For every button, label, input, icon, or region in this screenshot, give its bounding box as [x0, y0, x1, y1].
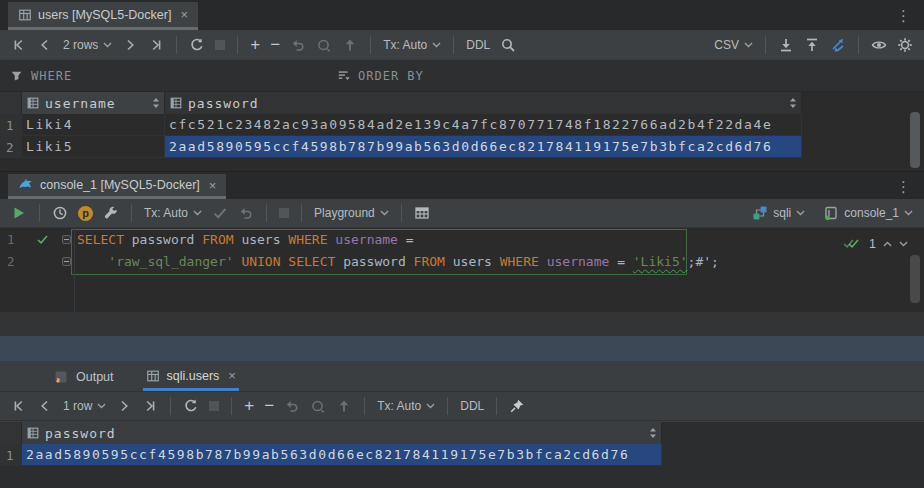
- result-toolbar: 1 row + − Tx: Auto DDL: [0, 391, 924, 421]
- separator: [447, 397, 448, 415]
- mysql-dolphin-icon: [18, 177, 34, 193]
- stop-button[interactable]: [204, 399, 224, 413]
- close-icon[interactable]: ×: [209, 178, 217, 193]
- reload-button[interactable]: [178, 396, 204, 416]
- cell-username[interactable]: Liki5: [22, 136, 165, 158]
- gear-icon: [897, 37, 913, 53]
- submit-button[interactable]: [331, 396, 357, 416]
- tx-mode-selector[interactable]: Tx: Auto: [139, 204, 207, 222]
- code-line-2[interactable]: 'raw_sql_danger' UNION SELECT password F…: [77, 251, 719, 273]
- search-button[interactable]: [495, 35, 521, 55]
- chevron-up-icon[interactable]: [883, 241, 892, 247]
- last-page-button[interactable]: [137, 396, 163, 416]
- separator: [231, 397, 232, 415]
- add-row-button[interactable]: +: [245, 36, 265, 54]
- find-changes-button[interactable]: [311, 35, 337, 55]
- execute-button[interactable]: [6, 203, 32, 223]
- schema-selector[interactable]: sqli: [747, 203, 810, 223]
- find-changes-button[interactable]: [305, 396, 331, 416]
- undo-icon: [238, 205, 254, 221]
- tab-users-grid[interactable]: users [MySQL5-Docker] ×: [8, 2, 198, 30]
- export-format-selector[interactable]: CSV: [709, 36, 758, 54]
- more-options-icon[interactable]: ⋮: [891, 176, 916, 195]
- pane-splitter[interactable]: [0, 336, 924, 361]
- row-number: 1: [0, 114, 22, 136]
- playground-mode-selector[interactable]: Playground: [309, 204, 394, 222]
- revert-button[interactable]: [285, 35, 311, 55]
- sort-toggle-icon[interactable]: [152, 97, 160, 109]
- ddl-button[interactable]: DDL: [455, 397, 489, 415]
- tx-mode-selector[interactable]: Tx: Auto: [372, 397, 440, 415]
- separator: [370, 36, 371, 54]
- pin-icon: [509, 398, 525, 414]
- where-placeholder: WHERE: [31, 69, 72, 83]
- sort-toggle-icon[interactable]: [649, 427, 657, 439]
- console-settings-button[interactable]: [98, 203, 124, 223]
- delete-row-button[interactable]: −: [259, 397, 279, 415]
- check-icon: [212, 205, 228, 221]
- add-row-button[interactable]: +: [239, 397, 259, 415]
- export-data-button[interactable]: [773, 35, 799, 55]
- output-icon: [53, 369, 69, 385]
- column-header-password[interactable]: password: [165, 92, 802, 114]
- revert-button[interactable]: [279, 396, 305, 416]
- chevron-down-icon[interactable]: [899, 241, 908, 247]
- success-double-check-icon: [842, 237, 862, 251]
- stop-button[interactable]: [274, 206, 294, 220]
- fold-marker-icon[interactable]: [62, 235, 71, 244]
- sql-editor[interactable]: 1 2 SELECT password FROM users WHERE use…: [0, 228, 924, 312]
- next-page-button[interactable]: [117, 35, 143, 55]
- next-page-button[interactable]: [111, 396, 137, 416]
- first-page-button[interactable]: [6, 35, 32, 55]
- close-icon[interactable]: ×: [180, 7, 188, 22]
- where-filter-field[interactable]: WHERE: [0, 69, 72, 83]
- editor-scrollbar[interactable]: [910, 255, 920, 303]
- pin-tab-button[interactable]: [504, 396, 530, 416]
- close-icon[interactable]: ×: [228, 368, 236, 383]
- commit-button[interactable]: [207, 203, 233, 223]
- plus-icon: +: [244, 399, 254, 413]
- first-page-button[interactable]: [6, 396, 32, 416]
- cell-username[interactable]: Liki4: [22, 114, 165, 136]
- table-row: 1 2aad5890595ccf4598b787b99ab563d0d66ec8…: [0, 444, 924, 466]
- parameters-button[interactable]: p: [73, 204, 98, 223]
- cell-password-selected[interactable]: 2aad5890595ccf4598b787b99ab563d0d66ec821…: [22, 444, 662, 466]
- stop-button[interactable]: [210, 38, 230, 52]
- more-options-icon[interactable]: ⋮: [891, 6, 916, 25]
- reload-button[interactable]: [184, 35, 210, 55]
- fold-marker-icon[interactable]: [62, 257, 71, 266]
- session-selector[interactable]: console_1: [818, 203, 918, 223]
- download-icon: [778, 37, 794, 53]
- submit-button[interactable]: [337, 35, 363, 55]
- column-header-password[interactable]: password: [22, 422, 662, 444]
- history-button[interactable]: [47, 203, 73, 223]
- compare-button[interactable]: [825, 35, 851, 55]
- separator: [39, 204, 40, 222]
- view-options-button[interactable]: [866, 35, 892, 55]
- delete-row-button[interactable]: −: [265, 36, 285, 54]
- previous-page-button[interactable]: [32, 396, 58, 416]
- vertical-scrollbar[interactable]: [910, 112, 920, 168]
- view-as-table-button[interactable]: [409, 203, 435, 223]
- ddl-button[interactable]: DDL: [461, 36, 495, 54]
- sort-toggle-icon[interactable]: [789, 97, 797, 109]
- order-by-filter-field[interactable]: ORDER BY: [337, 69, 424, 83]
- import-data-button[interactable]: [799, 35, 825, 55]
- tab-output[interactable]: Output: [50, 363, 117, 391]
- cell-password-selected[interactable]: 2aad5890595ccf4598b787b99ab563d0d66ec821…: [165, 136, 802, 158]
- chevron-down-icon: [97, 403, 106, 409]
- previous-page-button[interactable]: [32, 35, 58, 55]
- tab-result-grid[interactable]: sqli.users ×: [143, 363, 239, 391]
- page-size-selector[interactable]: 2 rows: [58, 36, 117, 54]
- page-size-label: 1 row: [63, 399, 92, 413]
- result-grid-empty-area: [0, 466, 924, 488]
- last-page-button[interactable]: [143, 35, 169, 55]
- tx-mode-selector[interactable]: Tx: Auto: [378, 36, 446, 54]
- code-line-1[interactable]: SELECT password FROM users WHERE usernam…: [77, 229, 414, 251]
- column-header-username[interactable]: username: [22, 92, 165, 114]
- rollback-button[interactable]: [233, 203, 259, 223]
- tab-console[interactable]: console_1 [MySQL5-Docker] ×: [8, 174, 226, 199]
- settings-button[interactable]: [892, 35, 918, 55]
- cell-password[interactable]: cfc521c23482ac93a09584ad2e139c4a7fc87077…: [165, 114, 802, 136]
- page-size-selector[interactable]: 1 row: [58, 397, 111, 415]
